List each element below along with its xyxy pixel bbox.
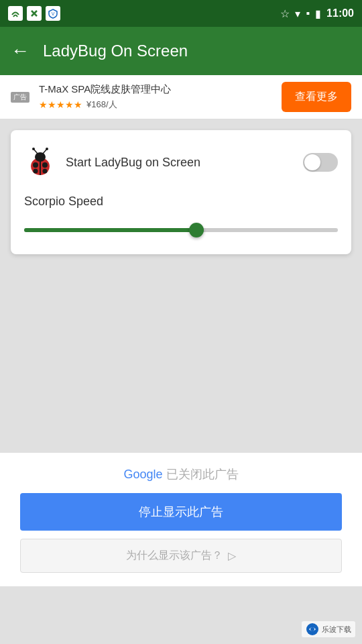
ad-banner-info: T-MaX SPA院线皮肤管理中心 ★★★★★ ¥168/人 — [39, 83, 171, 111]
signal-icon: ▪ — [306, 7, 310, 19]
svg-point-8 — [42, 162, 48, 168]
toggle-knob — [304, 154, 320, 170]
svg-rect-0 — [10, 8, 21, 19]
ad-cta-button[interactable]: 查看更多 — [282, 82, 351, 112]
watermark-text: 乐波下载 — [322, 625, 351, 635]
shield-icon: V — [46, 6, 60, 21]
main-card: Start LadyBug on Screen Scorpio Speed — [11, 130, 351, 254]
svg-point-14 — [46, 148, 48, 150]
svg-text:V: V — [52, 11, 55, 16]
ad-title: T-MaX SPA院线皮肤管理中心 — [39, 83, 171, 96]
svg-point-7 — [33, 162, 38, 168]
clock: 11:00 — [326, 7, 354, 19]
google-ad-dismissed: Google 已关闭此广告 停止显示此广告 为什么显示该广告？ ▷ — [0, 453, 362, 586]
ad-stars: ★★★★★ — [39, 99, 82, 110]
why-ad-text: 为什么显示该广告？ — [126, 549, 223, 563]
gray-area — [0, 265, 362, 453]
status-bar-right: ☆ ▾ ▪ ▮ 11:00 — [280, 7, 354, 20]
svg-point-16 — [310, 627, 314, 631]
ad-label: 广告 — [11, 92, 29, 103]
ladybug-icon — [24, 146, 56, 178]
back-button[interactable]: ← — [11, 40, 29, 62]
svg-point-13 — [32, 148, 35, 150]
why-ad-button[interactable]: 为什么显示该广告？ ▷ — [20, 539, 342, 573]
app2-icon — [27, 6, 42, 21]
ad-price: ¥168/人 — [86, 99, 117, 111]
svg-point-9 — [34, 169, 38, 174]
slider-label: Scorpio Speed — [24, 195, 338, 209]
slider-section: Scorpio Speed — [24, 195, 338, 238]
app-title: LadyBug On Screen — [43, 42, 188, 60]
app-bar: ← LadyBug On Screen — [0, 27, 362, 75]
app1-icon — [8, 6, 23, 21]
battery-icon: ▮ — [315, 7, 321, 20]
watermark-icon — [306, 623, 319, 636]
start-label: Start LadyBug on Screen — [66, 156, 200, 170]
toggle-switch[interactable] — [303, 153, 338, 172]
why-ad-icon: ▷ — [228, 549, 236, 562]
google-label: Google — [123, 468, 162, 481]
ad-stars-row: ★★★★★ ¥168/人 — [39, 99, 171, 111]
slider-fill — [24, 228, 196, 232]
dismissed-text: 已关闭此广告 — [166, 468, 239, 481]
ladybug-toggle-row: Start LadyBug on Screen — [24, 146, 338, 178]
status-bar: V ☆ ▾ ▪ ▮ 11:00 — [0, 0, 362, 27]
slider-container[interactable] — [24, 222, 338, 238]
watermark: 乐波下载 — [302, 621, 355, 637]
google-ad-text: Google 已关闭此广告 — [20, 466, 342, 482]
star-icon: ☆ — [280, 7, 290, 20]
ladybug-label-group: Start LadyBug on Screen — [24, 146, 200, 178]
wifi-icon: ▾ — [295, 7, 300, 20]
status-bar-left: V — [8, 6, 60, 21]
svg-point-10 — [43, 169, 48, 174]
slider-thumb[interactable] — [189, 223, 204, 237]
stop-ad-button[interactable]: 停止显示此广告 — [20, 493, 342, 531]
ad-banner: 广告 T-MaX SPA院线皮肤管理中心 ★★★★★ ¥168/人 查看更多 — [0, 75, 362, 119]
slider-track — [24, 228, 338, 232]
